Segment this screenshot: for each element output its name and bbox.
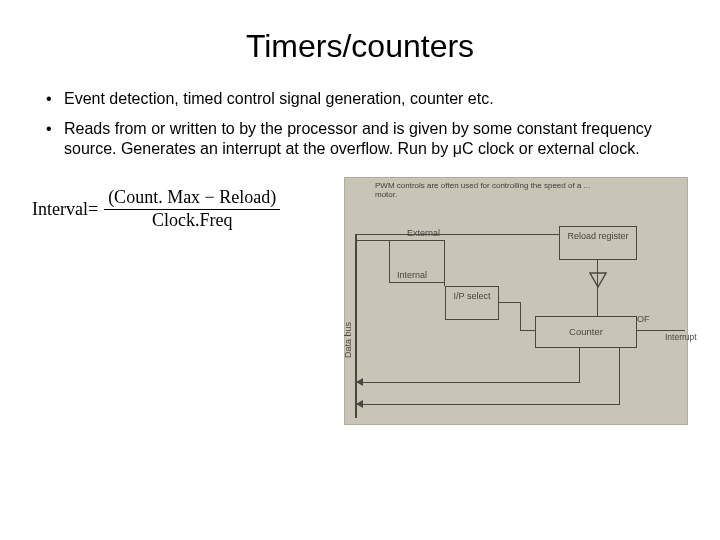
wire [356, 404, 620, 405]
timer-block-diagram: PWM controls are often used for controll… [344, 177, 688, 425]
formula-denominator: Clock.Freq [148, 210, 237, 232]
wire-internal [389, 282, 445, 283]
external-label: External [407, 228, 440, 238]
internal-label: Internal [397, 270, 427, 280]
caption-line2: motor. [375, 190, 397, 199]
wire [356, 382, 580, 383]
wire [520, 330, 535, 331]
slide: Timers/counters Event detection, timed c… [0, 0, 720, 540]
caption-line1: PWM controls are often used for controll… [375, 181, 590, 190]
wire [356, 234, 559, 235]
page-title: Timers/counters [32, 28, 688, 65]
reload-register-box: Reload register [559, 226, 637, 260]
wire [579, 348, 580, 383]
formula-fraction: (Count. Max − Reload) Clock.Freq [104, 187, 280, 232]
formula-lhs: Interval= [32, 199, 98, 220]
arrow-left-icon [356, 400, 363, 408]
formula-block: Interval= (Count. Max − Reload) Clock.Fr… [32, 177, 332, 232]
data-bus-label: Data bus [343, 322, 353, 358]
formula-numerator: (Count. Max − Reload) [104, 187, 280, 210]
wire-external [356, 240, 444, 241]
wire [597, 290, 598, 316]
diagram-caption: PWM controls are often used for controll… [375, 182, 681, 200]
wire [444, 240, 445, 286]
wire [520, 302, 521, 330]
svg-marker-0 [590, 273, 606, 287]
bullet-list: Event detection, timed control signal ge… [32, 89, 688, 159]
wire [389, 240, 390, 282]
buffer-triangle-icon [589, 272, 607, 288]
interrupt-label: Interrupt [665, 332, 697, 342]
data-bus-line [355, 234, 357, 418]
bullet-item: Event detection, timed control signal ge… [50, 89, 688, 109]
wire [619, 348, 620, 405]
ip-select-box: I/P select [445, 286, 499, 320]
wire [499, 302, 521, 303]
arrow-left-icon [356, 378, 363, 386]
counter-box: Counter [535, 316, 637, 348]
content-row: Interval= (Count. Max − Reload) Clock.Fr… [32, 177, 688, 425]
bullet-item: Reads from or written to by the processo… [50, 119, 688, 159]
overflow-label: OF [637, 314, 650, 324]
